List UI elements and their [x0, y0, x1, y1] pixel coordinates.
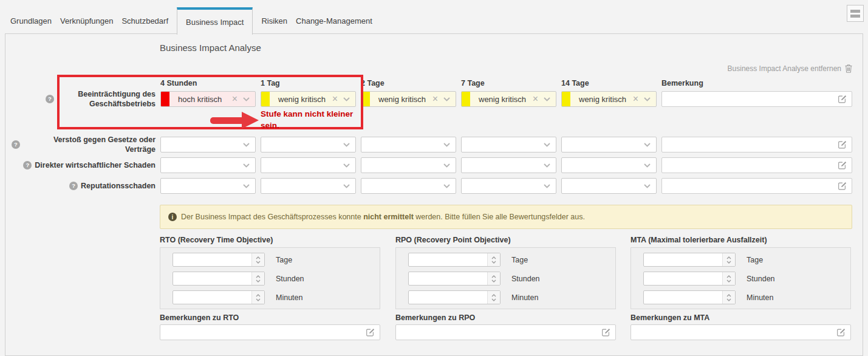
bemerkung-input[interactable]	[662, 92, 852, 106]
mta-remark-input[interactable]	[631, 325, 850, 340]
rto-remark-input[interactable]	[160, 325, 380, 340]
chevron-down-icon[interactable]	[243, 97, 250, 101]
bia-select-2-tage[interactable]	[361, 157, 456, 173]
spinner-arrows-icon[interactable]	[251, 272, 264, 285]
bia-select-1-tag[interactable]: wenig kritisch ×	[261, 91, 356, 107]
chevron-down-icon[interactable]	[243, 163, 250, 168]
edit-icon[interactable]	[366, 328, 375, 337]
spinner-arrows-icon[interactable]	[722, 272, 735, 285]
chevron-down-icon[interactable]	[443, 163, 450, 168]
spinner-arrows-icon[interactable]	[487, 253, 500, 266]
clear-icon[interactable]: ×	[332, 94, 338, 104]
help-icon[interactable]: ?	[69, 182, 78, 190]
spinner-arrows-icon[interactable]	[251, 291, 264, 304]
bia-select-2-tage[interactable]	[361, 137, 456, 152]
chevron-down-icon[interactable]	[644, 184, 651, 188]
tab-business-impact[interactable]: Business Impact	[177, 7, 253, 35]
mta-tage-input[interactable]	[644, 253, 722, 266]
bemerkung-input[interactable]	[662, 158, 852, 173]
edit-icon[interactable]	[836, 328, 846, 337]
mta-minuten-input[interactable]	[644, 291, 722, 304]
rpo-stunden-stepper	[408, 272, 501, 286]
bia-select-4-stunden[interactable]	[160, 157, 256, 173]
bia-select-2-tage[interactable]	[361, 178, 456, 194]
rpo-remark-input[interactable]	[396, 325, 615, 340]
spinner-arrows-icon[interactable]	[487, 291, 500, 304]
chevron-down-icon[interactable]	[443, 97, 450, 101]
edit-icon[interactable]	[838, 140, 847, 149]
edit-icon[interactable]	[838, 182, 847, 191]
chevron-down-icon[interactable]	[544, 143, 550, 147]
chevron-down-icon[interactable]	[343, 163, 350, 168]
tab-risiken[interactable]: Risiken	[261, 7, 287, 34]
chevron-down-icon[interactable]	[243, 184, 250, 188]
rto-stunden-input[interactable]	[173, 272, 251, 285]
rto-tage-input[interactable]	[173, 253, 251, 266]
bemerkung-input[interactable]	[662, 179, 852, 193]
matrix-row-gesetze: ? Verstoß gegen Gesetze oder Verträge	[12, 137, 852, 152]
rpo-minuten-stepper	[408, 290, 501, 304]
clear-icon[interactable]: ×	[432, 94, 438, 104]
bia-select-4-stunden[interactable]	[160, 137, 256, 152]
rpo-stunden-input[interactable]	[409, 272, 487, 285]
bia-select-7-tage[interactable]	[461, 178, 556, 194]
row-label: ? Beeinträchtigung des Geschäftsbetriebs	[12, 89, 160, 109]
help-icon[interactable]: ?	[12, 140, 20, 149]
rto-minuten-input[interactable]	[173, 291, 251, 304]
clear-icon[interactable]: ×	[633, 94, 638, 104]
bia-select-1-tag[interactable]	[261, 178, 356, 194]
bia-select-14-tage[interactable]	[561, 137, 657, 152]
trash-icon[interactable]	[845, 64, 852, 73]
row-label: ? Reputationsschaden	[12, 181, 160, 191]
tab-change-management[interactable]: Change-Management	[296, 7, 372, 34]
chevron-down-icon[interactable]	[544, 184, 550, 188]
edit-icon[interactable]	[601, 328, 610, 337]
clear-icon[interactable]: ×	[232, 94, 238, 104]
bemerkung-input[interactable]	[662, 137, 852, 152]
mta-stunden-input[interactable]	[644, 272, 722, 285]
info-icon: i	[168, 213, 177, 221]
list-icon	[850, 15, 860, 18]
bia-select-4-stunden[interactable]: hoch kritisch ×	[160, 91, 256, 107]
bia-select-2-tage[interactable]: wenig kritisch ×	[361, 91, 456, 107]
spinner-arrows-icon[interactable]	[487, 272, 500, 285]
chevron-down-icon[interactable]	[544, 163, 550, 168]
chevron-down-icon[interactable]	[443, 184, 450, 188]
chevron-down-icon[interactable]	[443, 143, 450, 147]
chevron-down-icon[interactable]	[343, 143, 350, 147]
edit-icon[interactable]	[838, 161, 847, 170]
bia-select-14-tage[interactable]	[561, 157, 657, 173]
chevron-down-icon[interactable]	[544, 97, 550, 101]
chevron-down-icon[interactable]	[343, 184, 350, 188]
annotation-arrow-icon	[242, 112, 259, 129]
tab-verknuepfungen[interactable]: Verknüpfungen	[60, 7, 113, 34]
bia-select-4-stunden[interactable]	[160, 178, 256, 194]
help-icon[interactable]: ?	[46, 95, 54, 103]
bia-select-7-tage[interactable]	[461, 137, 556, 152]
tab-grundlagen[interactable]: Grundlagen	[10, 7, 52, 34]
spinner-arrows-icon[interactable]	[722, 253, 735, 266]
bia-select-7-tage[interactable]: wenig kritisch ×	[461, 91, 556, 107]
spinner-arrows-icon[interactable]	[722, 291, 735, 304]
bia-select-7-tage[interactable]	[461, 157, 556, 173]
rpo-tage-input[interactable]	[409, 253, 487, 266]
spinner-arrows-icon[interactable]	[251, 253, 264, 266]
chevron-down-icon[interactable]	[644, 143, 651, 147]
remove-bia-link[interactable]: Business Impact Analyse entfernen	[728, 64, 852, 73]
chevron-down-icon[interactable]	[343, 97, 350, 101]
level-color-swatch	[361, 92, 370, 106]
bia-select-14-tage[interactable]: wenig kritisch ×	[561, 91, 657, 107]
chevron-down-icon[interactable]	[243, 143, 250, 147]
remove-bia-label: Business Impact Analyse entfernen	[728, 64, 841, 73]
chevron-down-icon[interactable]	[644, 163, 651, 168]
bia-select-14-tage[interactable]	[561, 178, 657, 194]
edit-icon[interactable]	[838, 95, 847, 104]
clear-icon[interactable]: ×	[533, 94, 538, 104]
bia-select-1-tag[interactable]	[261, 137, 356, 152]
help-icon[interactable]: ?	[23, 161, 32, 169]
tab-schutzbedarf[interactable]: Schutzbedarf	[121, 7, 168, 34]
window-list-button[interactable]	[847, 5, 864, 22]
rpo-minuten-input[interactable]	[409, 291, 487, 304]
bia-select-1-tag[interactable]	[261, 157, 356, 173]
chevron-down-icon[interactable]	[644, 97, 651, 101]
